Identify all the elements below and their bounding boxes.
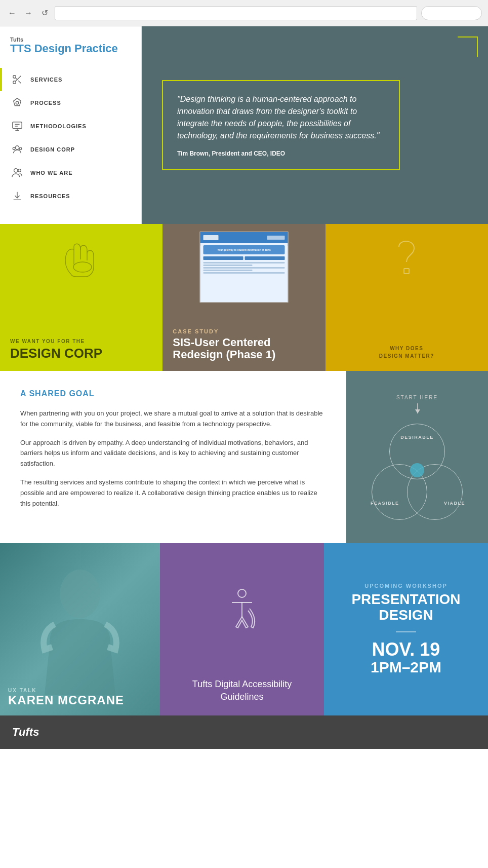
screenshot-line5	[203, 272, 284, 274]
screenshot-nav-btn	[267, 236, 284, 240]
screenshot-title-text: Your gateway to student information at T…	[217, 248, 271, 251]
svg-line-4	[15, 78, 17, 80]
refresh-button[interactable]: ↺	[38, 7, 51, 19]
design-matter-labels: WHY DOES DESIGN MATTER?	[379, 346, 434, 361]
shared-goal-title: A SHARED GOAL	[20, 389, 326, 398]
venn-diagram: DESIRABLE FEASIBLE VIABLE	[367, 424, 468, 520]
shared-goal-text: A SHARED GOAL When partnering with you o…	[0, 371, 346, 543]
browser-search-input[interactable]	[421, 6, 482, 20]
hero-quote-box: "Design thinking is a human-centered app…	[162, 80, 400, 170]
venn-center	[410, 463, 424, 477]
back-button[interactable]: ←	[6, 7, 18, 19]
workshop-date: NOV. 19	[372, 640, 440, 659]
screenshot-line2	[203, 265, 252, 266]
workshop-card[interactable]: UPCOMING WORKSHOP PRESENTATION DESIGN NO…	[324, 543, 488, 715]
top-section: Tufts TTS Design Practice SERVICES	[0, 26, 488, 224]
workshop-label: UPCOMING WORKSHOP	[364, 583, 448, 589]
sidebar-item-who-we-are[interactable]: WHO WE ARE	[0, 161, 141, 184]
bottom-cards: UX TALK KAREN MCGRANE Tufts Digital Acce…	[0, 543, 488, 715]
shared-goal-para2: Our approach is driven by empathy. A dee…	[20, 438, 326, 469]
workshop-time: 1PM–2PM	[371, 659, 441, 676]
svg-point-1	[13, 81, 16, 84]
design-corp-card[interactable]: WE WANT YOU FOR THE DESIGN CORP	[0, 224, 162, 371]
hero-quote-text: "Design thinking is a human-centered app…	[177, 93, 385, 142]
footer-brand: Tufts	[12, 726, 39, 739]
design-matter-label-small-1: WHY DOES	[379, 346, 434, 351]
diagram-start-label: START HERE	[396, 395, 438, 400]
design-matter-card[interactable]: WHY DOES DESIGN MATTER?	[326, 224, 488, 371]
screenshot-header	[200, 232, 288, 243]
svg-point-19	[60, 570, 100, 618]
sidebar-brand-title: TTS Design Practice	[10, 43, 131, 55]
hero-attribution-text: Tim Brown, President and CEO, IDEO	[177, 150, 385, 157]
accessibility-person-icon	[222, 587, 262, 638]
sidebar-item-services[interactable]: SERVICES	[0, 68, 141, 91]
svg-point-15	[14, 169, 18, 172]
case-study-label-small: CASE STUDY	[173, 328, 315, 334]
svg-rect-18	[404, 269, 409, 274]
svg-point-13	[13, 147, 15, 150]
svg-point-12	[15, 146, 19, 149]
process-icon	[10, 96, 24, 110]
sidebar-item-label-design-corp: DESIGN CORP	[30, 146, 75, 153]
shared-goal-para1: When partnering with you on your project…	[20, 408, 326, 430]
ux-talk-label-small: UX TALK	[8, 688, 152, 693]
sidebar-item-resources[interactable]: RESOURCES	[0, 184, 141, 208]
hero-content: "Design thinking is a human-centered app…	[162, 80, 400, 170]
shared-goal-para3: The resulting services and systems contr…	[20, 477, 326, 509]
sidebar: Tufts TTS Design Practice SERVICES	[0, 26, 142, 224]
ux-talk-label-large: KAREN MCGRANE	[8, 693, 152, 707]
screenshot-line1	[203, 262, 284, 263]
svg-point-0	[13, 76, 16, 79]
workshop-title: PRESENTATION DESIGN	[334, 592, 478, 623]
forward-button[interactable]: →	[22, 7, 34, 19]
screenshot-title-bar: Your gateway to student information at T…	[203, 245, 284, 254]
screenshot-line3	[203, 267, 284, 269]
sidebar-item-label-services: SERVICES	[30, 77, 62, 83]
diagram-arrow	[417, 403, 418, 413]
screenshot-btn2	[245, 256, 284, 260]
venn-diagram-container: START HERE DESIRABLE FEASIBLE VIABLE	[346, 371, 488, 543]
svg-point-14	[19, 147, 22, 150]
person-silhouette	[39, 563, 120, 695]
svg-rect-7	[13, 122, 22, 129]
browser-chrome: ← → ↺ ⌕	[0, 0, 488, 26]
question-mark-icon	[386, 234, 427, 285]
screenshot-buttons	[203, 256, 284, 260]
sidebar-item-process[interactable]: PROCESS	[0, 91, 141, 115]
svg-point-16	[18, 169, 21, 172]
sidebar-brand: Tufts TTS Design Practice	[0, 36, 141, 63]
shared-goal-section: A SHARED GOAL When partnering with you o…	[0, 371, 488, 543]
footer: Tufts	[0, 715, 488, 749]
hero-corner-decoration-tr	[458, 36, 478, 57]
workshop-divider	[396, 631, 416, 632]
screenshot-logo	[203, 235, 218, 240]
design-corp-label-small: WE WANT YOU FOR THE	[10, 338, 152, 344]
url-bar[interactable]	[55, 6, 417, 20]
sidebar-nav: SERVICES PROCESS	[0, 68, 141, 208]
svg-point-6	[16, 101, 19, 104]
sidebar-item-methodologies[interactable]: METHODOLOGIES	[0, 115, 141, 138]
cards-row: WE WANT YOU FOR THE DESIGN CORP Your gat…	[0, 224, 488, 371]
case-study-card[interactable]: Your gateway to student information at T…	[162, 224, 325, 371]
accessibility-icon-wrapper	[222, 555, 262, 670]
sidebar-item-design-corp[interactable]: DESIGN CORP	[0, 138, 141, 161]
sis-screenshot: Your gateway to student information at T…	[199, 232, 288, 303]
sidebar-item-label-resources: RESOURCES	[30, 193, 70, 199]
accessibility-card[interactable]: Tufts Digital Accessibility Guidelines	[160, 543, 324, 715]
screenshot-line4	[203, 270, 252, 271]
accessibility-text: Tufts Digital Accessibility Guidelines	[170, 678, 314, 703]
search-wrapper: ⌕	[421, 6, 482, 20]
design-corp-label-large: DESIGN CORP	[10, 346, 152, 361]
screenshot-btn1	[203, 256, 243, 260]
sidebar-item-label-process: PROCESS	[30, 100, 61, 106]
methodologies-icon	[10, 119, 24, 133]
who-we-are-icon	[10, 166, 24, 180]
screenshot-lines	[203, 262, 284, 274]
ux-talk-card[interactable]: UX TALK KAREN MCGRANE	[0, 543, 160, 715]
svg-point-17	[73, 262, 92, 272]
svg-line-3	[18, 81, 21, 83]
scissors-icon	[10, 72, 24, 87]
hand-icon	[56, 239, 107, 285]
sidebar-item-label-who-we-are: WHO WE ARE	[30, 170, 73, 176]
